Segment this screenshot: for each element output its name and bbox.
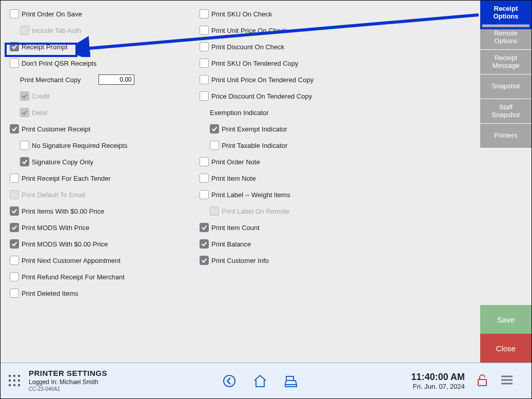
dont-print-qsr-receipts-label: Don't Print QSR Receipts <box>22 60 96 67</box>
print-balance-label: Print Balance <box>211 240 251 248</box>
svg-rect-5 <box>478 379 486 386</box>
clock-time: 11:40:00 AM <box>411 372 465 383</box>
print-mods-with-price-checkbox[interactable] <box>10 223 19 232</box>
logged-in-label: Logged In: <box>29 378 58 386</box>
print-refund-receipt-for-merchant-checkbox[interactable] <box>10 272 19 281</box>
print-order-note-checkbox[interactable] <box>200 157 209 166</box>
tab-snapshot[interactable]: Snapshot <box>480 74 531 99</box>
lock-icon[interactable] <box>477 373 488 388</box>
print-taxable-indicator-checkbox[interactable] <box>210 141 219 150</box>
print-item-count-checkbox[interactable] <box>200 223 209 232</box>
print-mods-with-0-price-checkbox[interactable] <box>10 239 19 249</box>
exemption-indicator-heading: Exemption Indicator <box>210 109 269 117</box>
tab-receipt-options[interactable]: ReceiptOptions <box>480 1 531 25</box>
app-root: Print Order On SaveInclude Tab AuthRecei… <box>0 0 532 399</box>
print-exempt-indicator-label: Print Exempt Indicator <box>222 125 287 133</box>
include-tab-auth-checkbox <box>20 26 29 35</box>
print-unit-price-on-tendered-copy-label: Print Unit Price On Tendered Copy <box>211 76 313 84</box>
clock-date: Fri. Jun. 07, 2024 <box>411 383 465 390</box>
print-item-note-label: Print Item Note <box>211 175 256 182</box>
print-deleted-items-label: Print Deleted Items <box>22 290 78 297</box>
print-mods-with-0-price-label: Print MODS With $0.00 Price <box>22 240 108 248</box>
screen-title: PRINTER SETTINGS <box>29 369 107 378</box>
print-unit-price-on-check-label: Print Unit Price On Check <box>211 27 287 34</box>
print-mods-with-price-label: Print MODS With Price <box>22 224 89 232</box>
print-order-note-label: Print Order Note <box>211 158 260 166</box>
close-button[interactable]: Close <box>480 334 531 363</box>
print-merchant-copy-label: Print Merchant Copy <box>20 76 81 84</box>
no-signature-required-receipts-label: No Signature Required Receipts <box>32 142 127 149</box>
receipt-prompt-label: Receipt Prompt <box>22 43 68 51</box>
print-order-on-save-label: Print Order On Save <box>22 10 82 18</box>
print-discount-on-check-label: Print Discount On Check <box>211 43 284 51</box>
svg-rect-3 <box>286 376 293 381</box>
print-taxable-indicator-label: Print Taxable Indicator <box>222 142 287 149</box>
debit-label: Debit <box>32 109 47 117</box>
clock: 11:40:00 AM Fri. Jun. 07, 2024 <box>411 372 465 390</box>
print-label-weight-items-label: Print Label -- Weight Items <box>211 191 290 199</box>
grip-icon[interactable] <box>1 375 29 387</box>
print-items-with-0-price-label: Print Items With $0.00 Price <box>22 207 104 215</box>
center-nav-icons <box>221 373 299 389</box>
logged-in-user: Michael Smith <box>60 378 98 386</box>
print-sku-on-tendered-copy-label: Print SKU On Tendered Copy <box>211 60 299 67</box>
price-discount-on-tendered-copy-checkbox[interactable] <box>200 91 209 101</box>
station-id: CC-23-046A1 <box>29 386 107 393</box>
home-icon[interactable] <box>252 373 268 389</box>
print-customer-info-label: Print Customer Info <box>211 257 269 264</box>
print-next-customer-appointment-label: Print Next Customer Appointment <box>22 257 121 264</box>
signature-copy-only-label: Signature Copy Only <box>32 158 93 166</box>
tab-remote-options[interactable]: RemoteOptions <box>480 25 531 50</box>
print-sku-on-tendered-copy-checkbox[interactable] <box>200 59 209 68</box>
include-tab-auth-label: Include Tab Auth <box>32 27 81 34</box>
print-next-customer-appointment-checkbox[interactable] <box>10 256 19 265</box>
sidebar: ReceiptOptionsRemoteOptionsReceiptMessag… <box>480 1 531 363</box>
tab-receipt-message[interactable]: ReceiptMessage <box>480 50 531 74</box>
print-receipt-for-each-tender-checkbox[interactable] <box>10 174 19 183</box>
credit-checkbox <box>20 91 29 101</box>
print-label-on-remote-checkbox <box>210 206 219 216</box>
price-discount-on-tendered-copy-label: Price Discount On Tendered Copy <box>211 92 312 100</box>
print-discount-on-check-checkbox[interactable] <box>200 42 209 51</box>
signature-copy-only-checkbox[interactable] <box>20 157 29 166</box>
print-exempt-indicator-checkbox[interactable] <box>210 124 219 134</box>
svg-rect-4 <box>285 385 297 387</box>
print-default-to-email-checkbox <box>10 190 19 199</box>
print-deleted-items-checkbox[interactable] <box>10 289 19 298</box>
print-merchant-copy-input[interactable] <box>98 74 134 85</box>
print-items-with-0-price-checkbox[interactable] <box>10 206 19 216</box>
print-sku-on-check-label: Print SKU On Check <box>211 10 272 18</box>
print-customer-info-checkbox[interactable] <box>200 256 209 265</box>
print-label-weight-items-checkbox[interactable] <box>200 190 209 199</box>
status-block: PRINTER SETTINGS Logged In: Michael Smit… <box>29 369 107 392</box>
print-balance-checkbox[interactable] <box>200 239 209 249</box>
svg-point-2 <box>224 375 235 387</box>
tab-printers[interactable]: Printers <box>480 124 531 148</box>
save-button[interactable]: Save <box>480 305 531 334</box>
print-unit-price-on-check-checkbox[interactable] <box>200 26 209 35</box>
print-label-on-remote-label: Print Label On Remote <box>222 207 289 215</box>
print-receipt-for-each-tender-label: Print Receipt For Each Tender <box>22 175 111 182</box>
register-icon[interactable] <box>283 373 299 389</box>
hamburger-icon[interactable] <box>500 374 514 387</box>
print-sku-on-check-checkbox[interactable] <box>200 9 209 18</box>
print-default-to-email-label: Print Default To Email <box>22 191 86 199</box>
receipt-prompt-checkbox[interactable] <box>10 42 19 51</box>
no-signature-required-receipts-checkbox[interactable] <box>20 141 29 150</box>
print-unit-price-on-tendered-copy-checkbox[interactable] <box>200 75 209 84</box>
print-customer-receipt-checkbox[interactable] <box>10 124 19 134</box>
dont-print-qsr-receipts-checkbox[interactable] <box>10 59 19 68</box>
debit-checkbox <box>20 108 29 117</box>
credit-label: Credit <box>32 92 50 100</box>
print-customer-receipt-label: Print Customer Receipt <box>22 125 90 133</box>
print-refund-receipt-for-merchant-label: Print Refund Receipt For Merchant <box>22 273 125 281</box>
print-item-count-label: Print Item Count <box>211 224 260 232</box>
print-order-on-save-checkbox[interactable] <box>10 9 19 18</box>
options-column-right: Print SKU On CheckPrint Unit Price On Ch… <box>190 6 411 363</box>
options-column-left: Print Order On SaveInclude Tab AuthRecei… <box>1 6 190 363</box>
main-panel: Print Order On SaveInclude Tab AuthRecei… <box>1 1 480 363</box>
print-item-note-checkbox[interactable] <box>200 174 209 183</box>
tab-staff-snapshot[interactable]: StaffSnapshot <box>480 99 531 124</box>
status-bar: PRINTER SETTINGS Logged In: Michael Smit… <box>1 363 531 398</box>
back-icon[interactable] <box>221 373 238 389</box>
